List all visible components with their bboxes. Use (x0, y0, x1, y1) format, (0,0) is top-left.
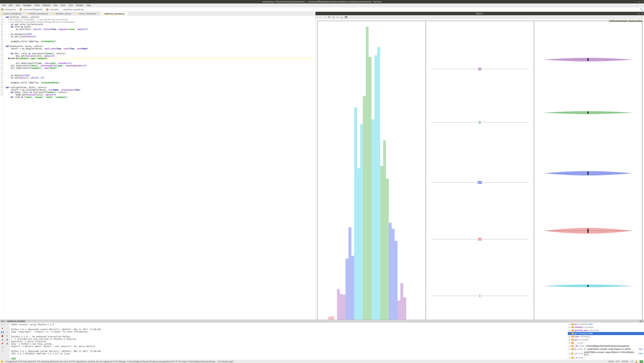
view-link[interactable]: View (588, 323, 593, 325)
tab-label: imshow_example.py (29, 12, 48, 15)
rerun-icon[interactable]: ↻ (2, 323, 3, 326)
var-type-icon: ≡ (571, 353, 574, 354)
expand-icon[interactable]: ▶ (569, 327, 571, 328)
down-icon[interactable]: ↓ (7, 327, 8, 330)
expand-icon[interactable]: ▶ (569, 330, 571, 331)
crumb-file[interactable]: statistical_example.py (62, 8, 84, 11)
run-body: ↻ ■ ❚❚ 🐞 🖶 📌 ✕ ? ↑ ↓ ⤶ ⇟ 🖶 🗑 PyDev conso… (0, 323, 644, 360)
var-row-sys[interactable]: ▶≡sys = {module} (568, 338, 644, 341)
var-row-__[interactable]: ▶≡__ = {str} '' (568, 341, 644, 345)
figure-canvas[interactable]: hist/boxplot/violinplot: Stastical plott… (316, 19, 644, 357)
back-icon[interactable]: ← (320, 16, 322, 18)
zoom-icon[interactable]: 🔍 (332, 16, 335, 18)
settings-icon[interactable]: 🖶 (2, 339, 4, 341)
close-icon[interactable]: ✕ (641, 1, 643, 3)
menu-edit[interactable]: Edit (8, 4, 14, 7)
view-link[interactable]: View (638, 348, 643, 350)
menu-code[interactable]: Code (33, 4, 41, 7)
pin-icon[interactable]: 📌 (1, 342, 4, 345)
wrap-icon[interactable]: ⤶ (6, 331, 8, 333)
expand-icon[interactable]: ▶ (569, 342, 571, 344)
expand-icon[interactable]: ▶ (569, 348, 571, 350)
var-type: {list} (579, 348, 583, 350)
menu-navigate[interactable]: Navigate (22, 4, 33, 7)
violin-row (540, 285, 637, 287)
crumb-folder[interactable]: examples (49, 8, 60, 11)
tab-label: pcolor_example.py (4, 12, 21, 15)
print-icon[interactable]: 🖶 (6, 339, 8, 341)
menu-view[interactable]: View (14, 4, 22, 7)
close-tab-icon[interactable]: × (23, 13, 24, 14)
close-tab-icon[interactable]: × (73, 13, 74, 14)
expand-icon[interactable]: ▶ (569, 345, 571, 347)
var-row-_dh[interactable]: ▶≡_dh = {list} : ['/home/filippov/Pychar… (568, 345, 644, 348)
run-tool-window: Run statistical_example ⚙ ▾ ↻ ■ ❚❚ 🐞 🖶 📌… (0, 320, 644, 360)
minimize-icon[interactable]: ─ (634, 1, 636, 3)
var-row-np[interactable]: ▶≡np = {module} View (568, 323, 644, 326)
minimize-icon[interactable]: ─ (635, 12, 637, 15)
save-icon[interactable]: 💾 (345, 16, 348, 18)
expand-icon[interactable]: ▶ (569, 336, 571, 338)
search-icon[interactable]: 🔍 (640, 8, 643, 11)
view-link[interactable]: View (588, 332, 593, 335)
var-row-_i1[interactable]: ▶≡_i1 = {str} 'print(\'PyDev console: us… (568, 351, 644, 356)
expand-icon[interactable]: ▶ (569, 353, 570, 354)
var-row-In[interactable]: ▶≡In = {list} : ['', 'print(\'PyDev cons… (568, 348, 644, 351)
maximize-icon[interactable]: ▢ (638, 1, 640, 3)
code-area[interactable]: def hist(ax, dists, colors): # We could … (5, 15, 315, 357)
help-icon[interactable]: ? (2, 350, 3, 353)
run-config[interactable]: statistical_example (6, 320, 26, 323)
tab-vector_example-py[interactable]: vector_example.py× (75, 12, 100, 15)
crumb-project[interactable]: swcarpentry (4, 8, 17, 11)
close-tab-icon[interactable]: × (98, 13, 99, 14)
menu-run[interactable]: Run (52, 4, 59, 7)
gear-icon[interactable]: ⚙ ▾ (640, 320, 643, 323)
var-row-generate_data[interactable]: ▶≡generate_data = {function} (568, 329, 644, 332)
var-row-main[interactable]: ▶≡main = {function} (568, 335, 644, 338)
subplots-icon[interactable]: ≡ (337, 16, 338, 18)
tab-example_utils-py[interactable]: example_utils.py× (52, 12, 75, 15)
maximize-icon[interactable]: ▢ (638, 12, 640, 15)
menu-refactor[interactable]: Refactor (41, 4, 52, 7)
trash-icon[interactable]: 🗑 (6, 342, 8, 345)
close-icon[interactable]: ✕ (2, 346, 3, 349)
stop-icon[interactable]: ■ (2, 327, 3, 330)
menu-window[interactable]: Window (74, 4, 85, 7)
axis-icon[interactable]: 📊 (340, 16, 343, 18)
close-tab-icon[interactable]: × (49, 13, 50, 14)
close-tab-icon[interactable]: × (126, 13, 127, 14)
up-icon[interactable]: ↑ (7, 323, 8, 326)
var-name: np (574, 323, 577, 325)
var-row-_iii[interactable]: ▶≡_iii = {str} '' (568, 356, 644, 359)
crumb-folder[interactable]: AnatomyOfMatplotlib (23, 8, 43, 11)
scroll-icon[interactable]: ⇟ (6, 335, 8, 337)
close-icon[interactable]: ✕ (642, 12, 643, 15)
tab-imshow_example-py[interactable]: imshow_example.py× (25, 12, 52, 15)
var-row-plt[interactable]: ▶≡plt = {module} View (568, 332, 644, 335)
run-label[interactable]: Run (1, 320, 5, 323)
var-name: plt (574, 332, 577, 335)
var-row-violinplot[interactable]: ▶≡violinplot = {function} (568, 326, 644, 329)
expand-icon[interactable]: ▶ (569, 333, 571, 335)
home-icon[interactable]: ⌂ (316, 16, 318, 18)
debug-icon[interactable]: 🐞 (1, 335, 4, 337)
code-editor[interactable]: 3738394041424344454647484950515253545556… (0, 15, 315, 357)
expand-icon[interactable]: ▶ (569, 357, 571, 359)
menu-help[interactable]: Help (85, 4, 92, 7)
pan-icon[interactable]: ✥ (328, 16, 330, 18)
expand-icon[interactable]: ▶ (569, 339, 571, 341)
menu-vcs[interactable]: VCS (67, 4, 74, 7)
menu-file[interactable]: File (1, 4, 7, 7)
var-value: : ['/home/filippov/PycharmProjects/swcar… (585, 345, 629, 347)
forward-icon[interactable]: → (324, 16, 326, 18)
violin-row (540, 228, 637, 234)
pause-icon[interactable]: ❚❚ (1, 331, 4, 333)
var-type-icon: ≡ (571, 327, 574, 328)
variables-panel[interactable]: ▶≡np = {module} View▶≡violinplot = {func… (568, 323, 644, 360)
expand-icon[interactable]: ▶ (569, 323, 571, 325)
console-output[interactable]: PyDev console: using IPython 5.1.0Python… (10, 323, 568, 360)
tab-pcolor_example-py[interactable]: pcolor_example.py× (0, 12, 25, 15)
menu-tools[interactable]: Tools (59, 4, 67, 7)
view-link[interactable]: View (638, 352, 643, 355)
tab-statistical_example-py[interactable]: statistical_example.py× (100, 12, 128, 15)
